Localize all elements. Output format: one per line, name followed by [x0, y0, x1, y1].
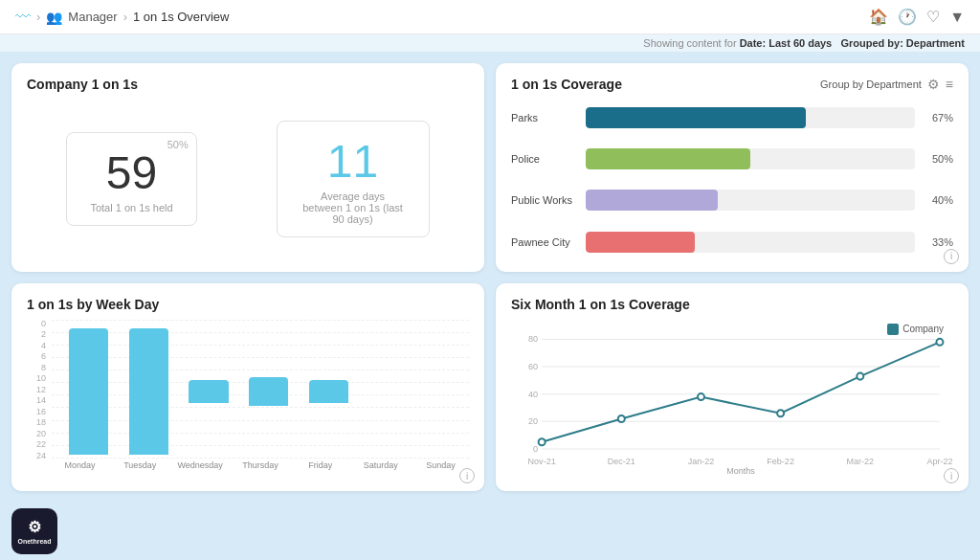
legend-label: Company: [902, 324, 944, 334]
y-label: 4: [27, 342, 46, 350]
day-bar-group: [52, 324, 108, 461]
bar-pct: 33%: [923, 236, 953, 248]
day-bar: [249, 377, 288, 406]
bar-track: [586, 148, 915, 169]
breadcrumb-current: 1 on 1s Overview: [133, 10, 229, 24]
day-bar-group: [233, 324, 289, 461]
breadcrumb-sep1: ›: [36, 10, 40, 24]
day-label: Friday: [292, 460, 348, 478]
svg-text:0: 0: [533, 443, 538, 453]
bar-fill: [586, 232, 695, 253]
y-label: 6: [27, 352, 46, 361]
stat-total: 50% 59 Total 1 on 1s held: [66, 132, 196, 226]
day-bar: [189, 380, 228, 403]
weekday-chart-area: 242220181614121086420 MondayTuesdayWedne…: [27, 320, 469, 479]
bar-row: Parks 67%: [511, 107, 953, 128]
day-label: Thursday: [233, 460, 289, 478]
y-label: 16: [27, 408, 46, 416]
y-label: 8: [27, 364, 46, 372]
bar-pct: 67%: [923, 112, 953, 123]
weekday-card: 1 on 1s by Week Day 24222018161412108642…: [11, 283, 484, 492]
filter-text: Showing content for: [643, 37, 736, 49]
breadcrumb: 〰 › 👥 Manager › 1 on 1s Overview: [15, 9, 229, 26]
bar-row: Police 50%: [511, 148, 953, 169]
filter-icon[interactable]: ▼: [949, 9, 965, 26]
day-bar-group: [172, 324, 229, 461]
weekday-y-axis: 242220181614121086420: [27, 320, 48, 479]
svg-text:Jan-22: Jan-22: [688, 457, 715, 466]
trend-icon[interactable]: 〰: [15, 9, 31, 26]
weekday-card-title: 1 on 1s by Week Day: [27, 297, 469, 312]
filter-date: Date: Last 60 days: [740, 37, 833, 49]
company-stats: 50% 59 Total 1 on 1s held 11 Average day…: [27, 100, 469, 258]
data-point: [857, 372, 863, 379]
svg-text:Mar-22: Mar-22: [846, 457, 874, 466]
data-point: [777, 410, 784, 416]
logo-name: Onethread: [17, 538, 51, 545]
svg-text:Nov-21: Nov-21: [528, 457, 556, 466]
breadcrumb-manager[interactable]: Manager: [68, 10, 117, 24]
bar-fill: [586, 148, 750, 169]
svg-text:80: 80: [528, 334, 538, 344]
y-label: 24: [27, 452, 46, 460]
stat-avg-label: Average days between 1 on 1s (last 90 da…: [301, 190, 406, 225]
data-point: [618, 414, 625, 421]
day-bar: [129, 328, 168, 455]
day-label: Monday: [52, 460, 108, 478]
sixmonth-info-icon[interactable]: i: [944, 468, 959, 483]
filter-group: Grouped by: Department: [840, 37, 965, 49]
svg-text:60: 60: [528, 362, 538, 371]
day-label: Tuesday: [112, 460, 168, 478]
svg-text:40: 40: [528, 389, 538, 398]
list-icon[interactable]: ≡: [946, 77, 953, 92]
stat-total-number: 59: [106, 150, 157, 196]
svg-text:20: 20: [528, 416, 538, 426]
sixmonth-card-title: Six Month 1 on 1s Coverage: [511, 297, 953, 312]
y-label: 18: [27, 418, 46, 427]
bar-label: Parks: [511, 112, 578, 123]
home-icon[interactable]: 🏠: [869, 8, 888, 26]
y-label: 20: [27, 430, 46, 438]
bar-track: [586, 232, 915, 253]
bar-fill: [586, 190, 718, 211]
svg-text:Apr-22: Apr-22: [926, 457, 952, 466]
clock-icon[interactable]: 🕐: [898, 8, 917, 26]
data-point: [698, 393, 704, 400]
y-label: 0: [27, 320, 46, 328]
info-icon[interactable]: i: [944, 249, 959, 264]
coverage-card: 1 on 1s Coverage Group by Department ⚙ ≡…: [496, 63, 969, 272]
bar-track: [586, 190, 915, 211]
y-label: 12: [27, 386, 46, 394]
day-bar-group: [412, 324, 469, 461]
y-label: 14: [27, 396, 46, 405]
y-label: 2: [27, 330, 46, 339]
sixmonth-chart: 020406080Nov-21Dec-21Jan-22Feb-22Mar-22A…: [511, 320, 953, 479]
weekday-info-icon[interactable]: i: [459, 468, 475, 483]
coverage-card-title: 1 on 1s Coverage: [511, 77, 622, 92]
company-card-title: Company 1 on 1s: [27, 77, 469, 92]
data-point: [936, 338, 943, 345]
filter-bar: Showing content for Date: Last 60 days G…: [0, 34, 980, 52]
bar-label: Pawnee City: [511, 236, 578, 248]
gear-icon[interactable]: ⚙: [927, 77, 940, 92]
bar-row: Pawnee City 33%: [511, 232, 953, 253]
bar-pct: 40%: [923, 194, 953, 206]
svg-text:Feb-22: Feb-22: [767, 457, 794, 466]
manager-icon: 👥: [46, 10, 62, 25]
day-label: Saturday: [352, 460, 409, 478]
line-chart: 020406080Nov-21Dec-21Jan-22Feb-22Mar-22A…: [511, 320, 953, 479]
day-bar-group: [112, 324, 168, 461]
logo-icon: ⚙: [28, 518, 41, 536]
day-bar-group: [352, 324, 409, 461]
coverage-controls: Group by Department ⚙ ≡: [820, 77, 953, 92]
bar-track: [586, 107, 915, 128]
group-label: Group by Department: [820, 78, 922, 90]
chart-legend: Company: [887, 324, 944, 335]
day-bar: [69, 328, 108, 455]
top-icons: 🏠 🕐 ♡ ▼: [869, 8, 965, 26]
day-bar-group: [292, 324, 348, 461]
stat-total-label: Total 1 on 1s held: [90, 202, 172, 213]
main-content: Company 1 on 1s 50% 59 Total 1 on 1s hel…: [0, 52, 980, 503]
heart-icon[interactable]: ♡: [926, 8, 940, 26]
svg-text:Dec-21: Dec-21: [608, 457, 635, 466]
